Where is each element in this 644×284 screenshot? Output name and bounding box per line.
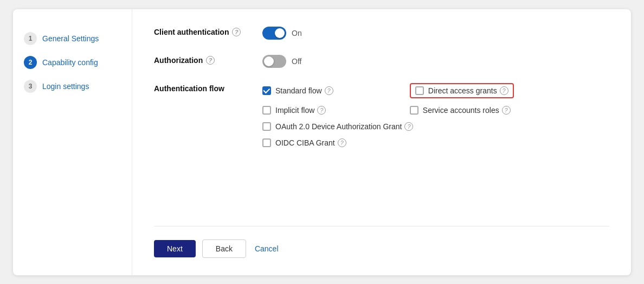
- oauth-device-help-icon[interactable]: ?: [404, 122, 413, 131]
- step-circle-1: 1: [24, 32, 37, 45]
- authorization-toggle-wrapper: Off: [262, 55, 301, 68]
- client-auth-row: Client authentication ? On: [154, 27, 609, 40]
- checkbox-standard-box[interactable]: [262, 86, 271, 95]
- sidebar-item-capability[interactable]: 2 Capability config: [13, 51, 132, 74]
- checkbox-oauth-device[interactable]: OAuth 2.0 Device Authorization Grant ?: [262, 122, 514, 131]
- client-auth-help-icon[interactable]: ?: [232, 28, 241, 36]
- authorization-control: Off: [262, 55, 301, 68]
- checkbox-grid: Standard flow ? Direct access grants ?: [262, 83, 514, 147]
- checkbox-implicit-box[interactable]: [262, 106, 271, 115]
- checkbox-service[interactable]: Service accounts roles ?: [410, 106, 514, 115]
- sidebar-label-general: General Settings: [42, 34, 99, 43]
- client-auth-toggle-label: On: [292, 29, 302, 37]
- checkbox-direct-label: Direct access grants ?: [428, 86, 508, 95]
- authorization-toggle-thumb: [264, 56, 274, 66]
- checkbox-direct[interactable]: Direct access grants ?: [415, 86, 508, 95]
- client-auth-toggle-wrapper: On: [262, 27, 302, 40]
- authorization-label: Authorization ?: [154, 55, 262, 65]
- checkbox-implicit-label: Implicit flow ?: [275, 106, 326, 115]
- checkbox-standard-label: Standard flow ?: [275, 86, 333, 95]
- sidebar-label-capability: Capability config: [42, 58, 98, 67]
- sidebar: 1 General Settings 2 Capability config 3…: [13, 9, 132, 275]
- auth-flow-label: Authentication flow: [154, 83, 262, 93]
- auth-flow-row: Authentication flow Standard flow ?: [154, 83, 609, 147]
- authorization-help-icon[interactable]: ?: [206, 56, 215, 65]
- checkbox-service-box[interactable]: [410, 106, 418, 115]
- client-auth-control: On: [262, 27, 302, 40]
- sidebar-item-login[interactable]: 3 Login settings: [13, 74, 132, 98]
- sidebar-label-login: Login settings: [42, 82, 89, 91]
- checkbox-oidc-ciba-label: OIDC CIBA Grant ?: [275, 138, 346, 147]
- client-auth-toggle[interactable]: [262, 27, 286, 40]
- client-auth-toggle-thumb: [275, 28, 285, 38]
- checkbox-oidc-ciba-box[interactable]: [262, 138, 271, 147]
- checkbox-implicit[interactable]: Implicit flow ?: [262, 106, 366, 115]
- main-card: 1 General Settings 2 Capability config 3…: [13, 9, 631, 275]
- main-content: Client authentication ? On Authorization: [132, 9, 631, 275]
- authorization-row: Authorization ? Off: [154, 55, 609, 68]
- checkbox-direct-box[interactable]: [415, 86, 424, 95]
- button-row: Next Back Cancel: [154, 226, 609, 258]
- sidebar-item-general[interactable]: 1 General Settings: [13, 27, 132, 51]
- client-auth-label: Client authentication ?: [154, 27, 262, 36]
- authorization-toggle[interactable]: [262, 55, 286, 68]
- oidc-ciba-help-icon[interactable]: ?: [338, 138, 346, 147]
- standard-flow-help-icon[interactable]: ?: [325, 86, 333, 95]
- form-rows: Client authentication ? On Authorization: [154, 27, 609, 215]
- checkbox-service-label: Service accounts roles ?: [423, 106, 511, 115]
- checkbox-standard[interactable]: Standard flow ?: [262, 83, 366, 98]
- checkbox-oidc-ciba[interactable]: OIDC CIBA Grant ?: [262, 138, 514, 147]
- direct-access-help-icon[interactable]: ?: [500, 86, 508, 95]
- service-accounts-help-icon[interactable]: ?: [502, 106, 511, 115]
- checkbox-oauth-device-box[interactable]: [262, 122, 271, 131]
- checkbox-oauth-device-label: OAuth 2.0 Device Authorization Grant ?: [275, 122, 413, 131]
- back-button[interactable]: Back: [202, 239, 246, 258]
- authorization-toggle-label: Off: [292, 57, 301, 66]
- step-circle-2: 2: [24, 56, 37, 69]
- auth-flow-control: Standard flow ? Direct access grants ?: [262, 83, 514, 147]
- direct-access-highlighted-box: Direct access grants ?: [410, 83, 514, 98]
- step-circle-3: 3: [24, 80, 37, 93]
- cancel-button[interactable]: Cancel: [253, 240, 281, 257]
- next-button[interactable]: Next: [154, 240, 196, 257]
- implicit-flow-help-icon[interactable]: ?: [317, 106, 326, 115]
